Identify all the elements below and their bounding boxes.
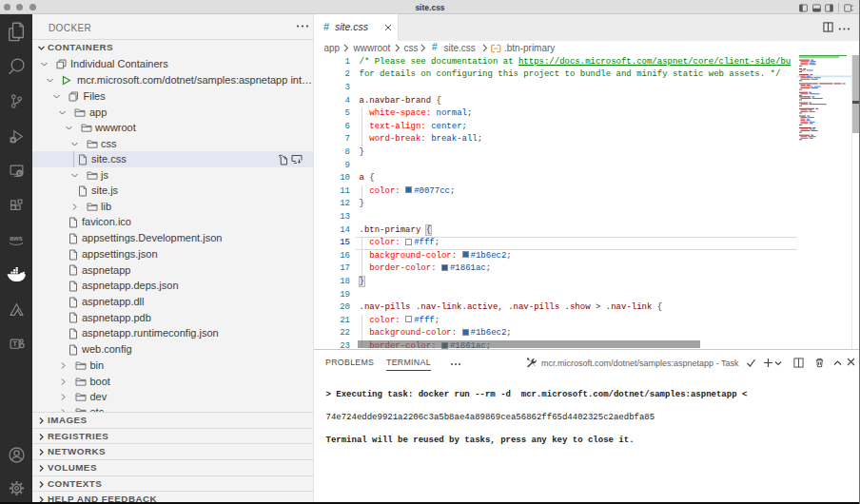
svg-text:T: T [12,339,17,348]
svg-text:aws: aws [10,234,23,242]
